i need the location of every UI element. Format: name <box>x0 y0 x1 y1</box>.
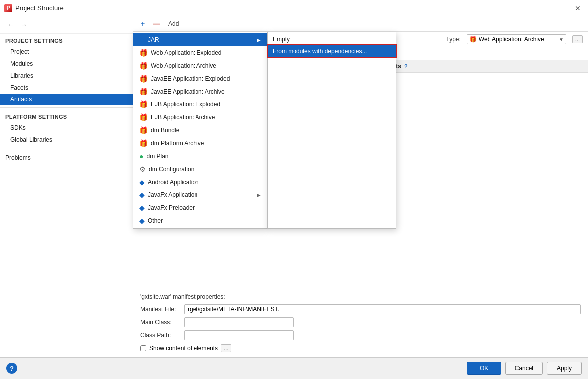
type-label: Type: <box>446 36 460 43</box>
javafx-preloader-icon: ◆ <box>139 204 145 212</box>
apply-button[interactable]: Apply <box>547 362 582 375</box>
ok-button[interactable]: OK <box>467 362 501 375</box>
menu-item-javaee-archive-label: JavaEE Application: Archive <box>151 88 225 95</box>
submenu-item-from-modules-label: From modules with dependencies... <box>273 48 367 55</box>
forward-button[interactable]: → <box>18 19 29 30</box>
output-dots-button[interactable]: ... <box>572 35 583 43</box>
menu-item-javafx-application-label: JavaFx Application <box>148 191 197 198</box>
remove-button[interactable]: — <box>151 18 162 29</box>
sidebar-item-sdks[interactable]: SDKs <box>0 122 133 134</box>
menu-item-ejb-exploded[interactable]: 🎁 EJB Application: Exploded <box>133 98 267 111</box>
manifest-main-class-row: Main Class: <box>140 317 581 327</box>
manifest-title: 'gxtsite.war' manifest properties: <box>140 293 581 300</box>
manifest-file-label: Manifest File: <box>140 306 180 313</box>
show-content-label: Show content of elements <box>149 345 218 352</box>
show-content-row: Show content of elements ... <box>140 344 581 352</box>
close-button[interactable]: ✕ <box>572 2 584 14</box>
menu-item-other-label: Other <box>148 217 163 224</box>
menu-item-dm-bundle[interactable]: 🎁 dm Bundle <box>133 124 267 137</box>
manifest-class-path-label: Class Path: <box>140 332 180 339</box>
toolbar-row: + — Add <box>133 16 588 32</box>
show-content-checkbox[interactable] <box>140 345 146 351</box>
menu-item-javaee-archive[interactable]: 🎁 JavaEE Application: Archive <box>133 85 267 98</box>
available-elements-help[interactable]: ? <box>404 63 408 69</box>
sidebar-item-modules[interactable]: Modules <box>0 58 133 70</box>
manifest-class-path-input[interactable] <box>184 330 294 340</box>
menu-item-javafx-preloader-label: JavaFx Preloader <box>148 204 195 211</box>
sidebar-item-libraries[interactable]: Libraries <box>0 70 133 82</box>
sidebar-divider-1 <box>0 107 133 108</box>
menu-item-javafx-preloader[interactable]: ◆ JavaFx Preloader <box>133 201 267 214</box>
menu-item-javafx-application[interactable]: ◆ JavaFx Application ▶ <box>133 189 267 201</box>
ejb-exploded-icon: 🎁 <box>139 100 148 108</box>
ejb-archive-icon: 🎁 <box>139 113 148 121</box>
sidebar: ← → Project Settings Project Modules Lib… <box>0 16 133 357</box>
manifest-file-input[interactable] <box>184 304 581 314</box>
dm-platform-archive-icon: 🎁 <box>139 139 148 147</box>
project-structure-window: P Project Structure ✕ ← → Project Settin… <box>0 0 588 379</box>
menu-item-dm-plan-label: dm Plan <box>146 153 168 160</box>
manifest-file-row: Manifest File: <box>140 304 581 314</box>
menu-item-other[interactable]: ◆ Other <box>133 214 267 227</box>
button-bar: ? OK Cancel Apply <box>0 357 588 379</box>
dm-plan-icon: ● <box>139 152 143 160</box>
menu-item-android-application-label: Android Application <box>148 179 199 186</box>
add-label: Add <box>165 20 182 27</box>
submenu-item-empty[interactable]: Empty <box>268 33 396 45</box>
sidebar-divider-2 <box>0 148 133 148</box>
menu-item-javaee-exploded-label: JavaEE Application: Exploded <box>151 75 230 82</box>
web-app-exploded-icon: 🎁 <box>139 49 148 57</box>
type-select[interactable]: 🎁 Web Application: Archive ▼ <box>467 34 566 44</box>
menu-item-dm-bundle-label: dm Bundle <box>151 127 179 134</box>
android-app-icon: ◆ <box>139 178 145 186</box>
menu-item-dm-configuration-label: dm Configuration <box>149 166 194 173</box>
sidebar-item-artifacts[interactable]: Artifacts <box>0 94 133 105</box>
back-button[interactable]: ← <box>5 19 16 30</box>
menu-item-dm-platform-archive[interactable]: 🎁 dm Platform Archive <box>133 137 267 150</box>
sidebar-item-global-libraries[interactable]: Global Libraries <box>0 134 133 146</box>
window-title: Project Structure <box>15 4 572 12</box>
manifest-area: 'gxtsite.war' manifest properties: Manif… <box>133 288 588 357</box>
menu-item-web-app-exploded[interactable]: 🎁 Web Application: Exploded <box>133 46 267 59</box>
cancel-button[interactable]: Cancel <box>505 362 543 375</box>
sidebar-item-project[interactable]: Project <box>0 46 133 58</box>
show-content-dots-button[interactable]: ... <box>221 344 231 352</box>
web-app-archive-icon: 🎁 <box>139 62 148 70</box>
app-icon: P <box>4 4 12 12</box>
menu-item-android-application[interactable]: ◆ Android Application <box>133 176 267 189</box>
sidebar-item-problems[interactable]: Problems <box>0 150 133 164</box>
submenu-item-empty-label: Empty <box>273 36 290 43</box>
jar-submenu: Empty From modules with dependencies... <box>267 32 396 229</box>
help-button[interactable]: ? <box>6 363 17 374</box>
menu-item-javaee-exploded[interactable]: 🎁 JavaEE Application: Exploded <box>133 72 267 85</box>
add-dropdown-menu: ◆ JAR ▶ 🎁 Web Application: Exploded 🎁 We… <box>133 32 267 229</box>
javaee-exploded-icon: 🎁 <box>139 75 148 83</box>
menu-item-dm-plan[interactable]: ● dm Plan <box>133 150 267 163</box>
type-select-arrow-icon: ▼ <box>559 37 564 42</box>
menu-item-web-app-exploded-label: Web Application: Exploded <box>151 49 222 56</box>
jar-icon: ◆ <box>139 36 145 44</box>
javafx-app-icon: ◆ <box>139 191 145 199</box>
jar-arrow-icon: ▶ <box>257 37 261 43</box>
javafx-arrow-icon: ▶ <box>257 192 261 198</box>
menu-item-web-app-archive-label: Web Application: Archive <box>151 62 216 69</box>
sidebar-item-facets[interactable]: Facets <box>0 82 133 94</box>
manifest-main-class-input[interactable] <box>184 317 294 327</box>
other-icon: ◆ <box>139 217 145 225</box>
submenu-item-from-modules[interactable]: From modules with dependencies... <box>268 45 396 57</box>
menu-item-dm-configuration[interactable]: ⚙ dm Configuration <box>133 163 267 176</box>
menu-item-web-app-archive[interactable]: 🎁 Web Application: Archive <box>133 59 267 72</box>
type-select-value: Web Application: Archive <box>479 36 544 43</box>
sidebar-nav: ← → <box>0 16 133 34</box>
menu-item-jar[interactable]: ◆ JAR ▶ <box>133 33 267 46</box>
manifest-class-path-row: Class Path: <box>140 330 581 340</box>
javaee-archive-icon: 🎁 <box>139 88 148 95</box>
add-button[interactable]: + <box>137 18 148 29</box>
type-select-icon: 🎁 <box>469 36 477 43</box>
menu-item-jar-label: JAR <box>148 36 159 43</box>
menu-item-ejb-exploded-label: EJB Application: Exploded <box>151 101 220 108</box>
menu-item-ejb-archive[interactable]: 🎁 EJB Application: Archive <box>133 111 267 124</box>
project-settings-header: Project Settings <box>0 34 133 46</box>
menu-item-dm-platform-archive-label: dm Platform Archive <box>151 140 204 147</box>
manifest-main-class-label: Main Class: <box>140 319 180 326</box>
